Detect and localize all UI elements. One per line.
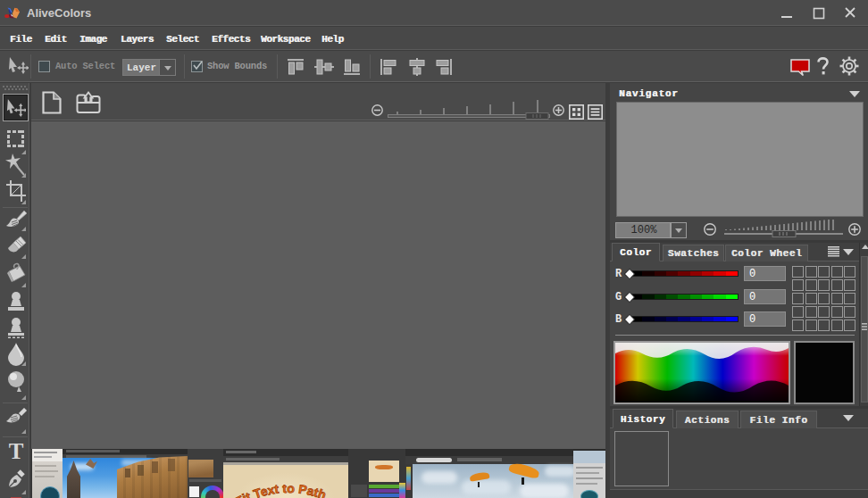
svg-text:Fit Text to Path: Fit Text to Path: [234, 485, 328, 498]
